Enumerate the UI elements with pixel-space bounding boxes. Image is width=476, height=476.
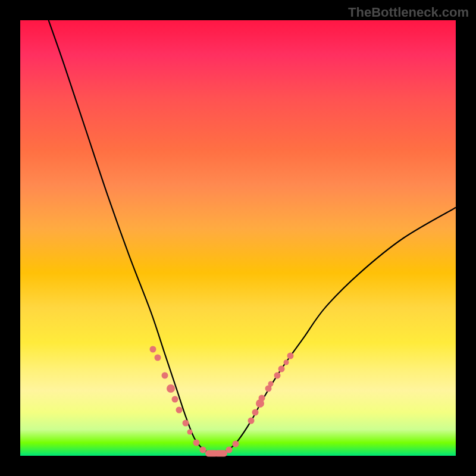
scatter-dot	[233, 440, 239, 447]
scatter-dot	[150, 346, 156, 352]
bottleneck-curve	[49, 20, 456, 454]
scatter-dot	[268, 381, 273, 387]
scatter-dot	[176, 407, 183, 414]
scatter-dot	[252, 409, 259, 415]
scatter-dot	[248, 418, 254, 424]
plot-area	[20, 20, 456, 456]
scatter-dot	[274, 372, 280, 378]
scatter-dot	[214, 450, 227, 456]
scatter-dot	[226, 447, 233, 453]
scatter-dot	[193, 440, 200, 446]
scatter-dot	[162, 372, 168, 378]
scatter-dot	[283, 359, 289, 365]
scatter-dot	[187, 429, 193, 434]
curve-svg	[20, 20, 456, 456]
scatter-dot	[183, 420, 189, 427]
scatter-dot	[287, 352, 293, 359]
scatter-dot	[167, 384, 175, 393]
watermark-text: TheBottleneck.com	[348, 5, 469, 20]
scatter-dot	[154, 355, 161, 361]
scatter-dot	[171, 396, 178, 402]
scatter-dot	[259, 395, 265, 402]
chart-container: TheBottleneck.com	[0, 0, 476, 476]
scatter-dot	[278, 365, 285, 372]
